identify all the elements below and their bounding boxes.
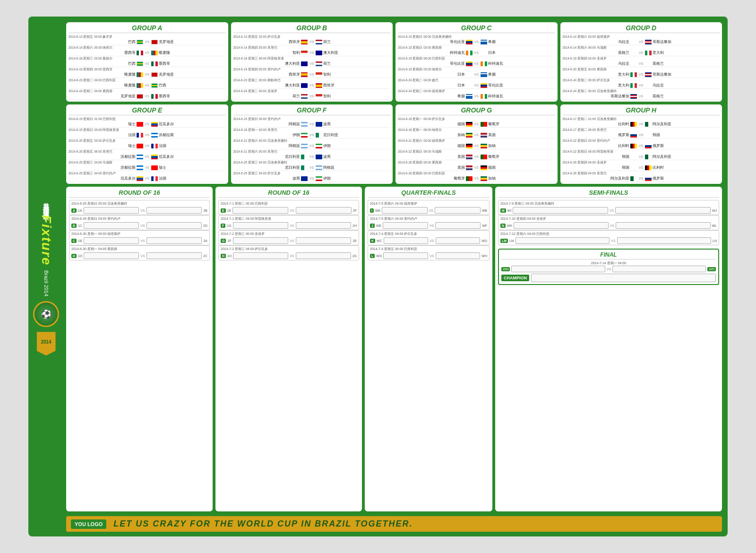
ko-team2-box[interactable]: [146, 222, 202, 229]
final-team2-box[interactable]: [612, 266, 706, 272]
ko-team2-box[interactable]: [435, 222, 481, 229]
match-teams: 尼日利亚VS阿根廷: [233, 165, 391, 170]
match-teams: 厄瓜多尔VS法国: [69, 176, 226, 181]
ko-team1-box[interactable]: [233, 222, 289, 229]
vs-label: VS: [638, 40, 644, 43]
ko-team2-box[interactable]: [296, 207, 352, 214]
team1-flag: [137, 144, 143, 148]
ko-team1-box[interactable]: [383, 222, 428, 229]
team2-flag: [151, 176, 158, 181]
ko-label: D: [71, 254, 77, 258]
ko-team1-box[interactable]: [514, 222, 608, 229]
team1-flag: [466, 133, 472, 138]
team2-name: 智利: [323, 94, 390, 99]
group-card-group-g: GROUP G2014-6-16 星期一 00:00 萨尔瓦多德国VS葡萄牙20…: [395, 104, 558, 184]
ko-team1-box[interactable]: [233, 237, 289, 244]
match-wrapper: 2014-6-22 星期日 06:00 阿雷格里港韩国VS阿尔及利亚: [563, 149, 720, 160]
ko-vs: VS: [430, 224, 434, 227]
ko-team2-box[interactable]: [435, 207, 481, 214]
team2-flag: [151, 144, 158, 148]
team1-name: 伊朗: [233, 132, 301, 138]
ko-team-label2: WF: [482, 224, 487, 227]
match-date: 2014-6-21 星期六 03:00 福塔莱萨: [398, 139, 555, 143]
vs-label: VS: [309, 95, 315, 98]
ko-team1-box[interactable]: [84, 252, 139, 259]
team2-flag: [481, 165, 487, 170]
ko-team2-box[interactable]: [436, 252, 481, 259]
ko-team1-box[interactable]: [383, 252, 428, 259]
match-wrapper: 2014-6-17 星期二 06:00 库里巴俄罗斯VS韩国: [563, 128, 720, 138]
team1-name: 墨西哥: [69, 50, 136, 55]
vs-label: VS: [144, 62, 150, 65]
team2-flag: [316, 51, 322, 55]
ko-team2-box[interactable]: [616, 222, 710, 229]
match-date: 2014-6-15 星期日 03:00 累西腓: [398, 46, 555, 50]
ko-team1-box[interactable]: [84, 222, 139, 229]
ko-team1-box[interactable]: [232, 207, 288, 214]
ko-team1-box[interactable]: [233, 252, 288, 259]
final-team1-box[interactable]: [511, 266, 605, 272]
match-wrapper: 2014-6-24 星期二 04:00 累西腓克罗地亚VS墨西哥: [69, 89, 226, 100]
ko-team1-box[interactable]: [382, 207, 428, 214]
year-ribbon: 2014: [37, 332, 56, 355]
ko-team1-box[interactable]: [515, 237, 610, 244]
vs-label: VS: [638, 73, 644, 76]
team2-flag: [481, 94, 487, 99]
team1-flag: [466, 176, 472, 181]
ko-team2-box[interactable]: [615, 207, 711, 214]
vs-label: VS: [309, 40, 315, 43]
ko-team-label2: 2A: [203, 239, 207, 242]
ko-vs: VS: [290, 209, 294, 212]
team1-name: 美国: [398, 165, 465, 170]
match-teams: 尼日利亚VS波黑: [233, 154, 391, 159]
ko-match-teams: G1FVS2E: [221, 237, 357, 244]
ko-team2-box[interactable]: [146, 252, 202, 259]
ko-team-label2: 2E: [352, 239, 357, 242]
ko-team2-box[interactable]: [296, 237, 352, 244]
ko-team1-box[interactable]: [384, 237, 429, 244]
group-card-group-f: GROUP F2014-6-15 星期日 00:00 里约内卢阿根廷VS波黑20…: [231, 104, 393, 184]
ko-match-teams: LMLMVSLN: [500, 237, 717, 244]
team1-flag: [137, 165, 143, 170]
ko-team-label: 1G: [227, 224, 231, 227]
match-teams: 意大利VS哥斯达黎加: [563, 72, 720, 77]
ko-team-label: 1F: [227, 239, 231, 242]
match-wrapper: 2014-6-19 星期四 03:00 纳塔尔日本VS希腊: [398, 67, 555, 78]
match-date: 2014-6-26 星期四 00:00 累西腓: [398, 161, 555, 165]
match-teams: 洪都拉斯VS厄瓜多尔: [69, 154, 226, 159]
ko-team1-box[interactable]: [84, 207, 139, 214]
team1-name: 希腊: [398, 94, 465, 99]
match-date: 2014-6-17 星期二 01:00 贝洛奥里藏特: [563, 117, 720, 121]
champion-box[interactable]: [531, 274, 716, 282]
match-teams: 日本VS希腊: [398, 72, 555, 77]
ko-team1-box[interactable]: [513, 207, 608, 214]
final-vs: VS: [607, 268, 611, 271]
ko-team2-box[interactable]: [296, 222, 352, 229]
team1-flag: [301, 122, 308, 127]
team2-flag: [151, 83, 158, 88]
team2-name: 法国: [159, 143, 226, 148]
match-date: 2014-6-20 星期五 03:00 萨尔瓦多: [69, 139, 226, 143]
ko-team2-box[interactable]: [146, 237, 202, 244]
ko-team1-box[interactable]: [84, 237, 139, 244]
ko-team2-box[interactable]: [436, 237, 481, 244]
ko-match-date: 2014-6-30 星期一 00:00 福塔莱萨: [71, 232, 207, 236]
vs-label: VS: [309, 73, 315, 76]
ko-team2-box[interactable]: [146, 207, 202, 214]
final-date: 2014-7-14 星期一 04:00: [501, 261, 716, 266]
team1-flag: [301, 51, 308, 55]
ko-team-label: 1C: [78, 224, 82, 227]
group-title: GROUP B: [233, 24, 391, 33]
match-date: 2014-6-23 星期二 04:00 巴西利亚: [69, 78, 226, 83]
ko-match-date: 2014-7-9 星期三 04:00 贝洛奥里藏特: [500, 201, 717, 206]
ko-team-label: WK: [507, 224, 512, 227]
ko-match-date: 2014-7-2 星期三 00:00 圣保罗: [221, 232, 357, 236]
match-date: 2014-6-18 星期三 03:00 曼格尔: [69, 57, 226, 61]
match-date: 2014-6-15 星期日 00:00 贝洛奥里藏特: [398, 35, 555, 39]
ko-team2-box[interactable]: [296, 252, 351, 259]
match-teams: 比利时VS俄罗斯: [563, 143, 720, 148]
team2-name: 荷兰: [323, 39, 390, 44]
match-teams: 英格兰VS意大利: [563, 50, 720, 55]
ko-team2-box[interactable]: [617, 237, 711, 244]
fixture-text: Fixture: [39, 215, 54, 266]
